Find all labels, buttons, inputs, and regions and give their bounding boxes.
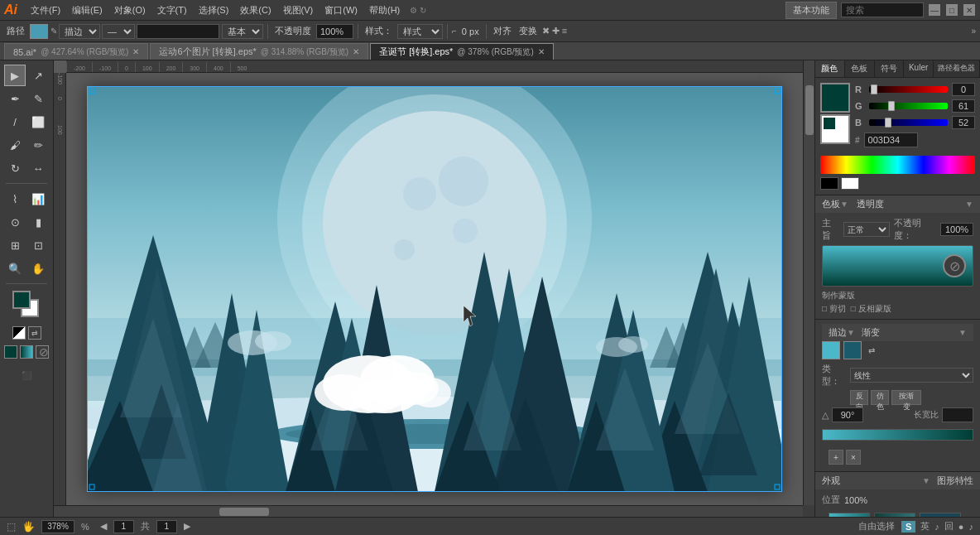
pen-tool[interactable]: ✒ (4, 88, 26, 109)
stroke-style-select[interactable]: 描边 (59, 24, 100, 39)
record-icon[interactable]: ● (958, 522, 964, 532)
workspace-button[interactable]: 基本功能 (785, 2, 837, 19)
zoom-tool[interactable]: 🔍 (4, 258, 26, 279)
stroke-color-box[interactable] (30, 24, 48, 39)
maximize-button[interactable]: □ (946, 4, 958, 16)
canvas-content[interactable] (66, 73, 803, 505)
search-input[interactable] (841, 2, 924, 17)
shape-tool[interactable]: ⬜ (27, 111, 49, 133)
close-button[interactable]: ✕ (963, 4, 975, 16)
slice-tool[interactable]: ⊡ (27, 234, 49, 256)
zoom-input[interactable]: 378% (41, 520, 74, 533)
gradient-end-color[interactable] (843, 341, 862, 359)
expand-icon[interactable]: » (971, 27, 976, 36)
close-tab-1[interactable]: ✕ (353, 47, 359, 56)
stroke-color-swatch[interactable] (820, 114, 850, 144)
artboard-size-tool[interactable]: ⬛ (6, 364, 47, 386)
gradient-menu-icon[interactable]: ▼ (958, 328, 967, 337)
angle-input[interactable]: 90° (832, 407, 863, 422)
menu-select[interactable]: 选择(S) (194, 2, 234, 18)
pencil-tool[interactable]: ✏ (27, 134, 49, 156)
gradient-preview[interactable]: ⊘ (822, 245, 973, 287)
blue-value[interactable]: 52 (952, 116, 975, 129)
lang-icon[interactable]: 英 (920, 520, 930, 533)
menu-file[interactable]: 文件(F) (26, 2, 65, 18)
blue-slider[interactable] (869, 119, 948, 126)
green-slider[interactable] (869, 103, 948, 109)
warp-tool[interactable]: ⌇ (4, 188, 26, 210)
column-graph-tool[interactable]: ▮ (27, 211, 49, 233)
foreground-color-swatch[interactable] (12, 291, 31, 309)
stroke-type-select[interactable]: 基本 (222, 24, 263, 39)
stroke-line-input[interactable] (137, 24, 219, 39)
panel-menu-icon[interactable]: ▼ (840, 200, 848, 209)
red-slider-thumb[interactable] (871, 84, 877, 94)
minimize-button[interactable]: — (929, 4, 940, 16)
transparency-header[interactable]: 色板 ▼ 透明度 ▼ (815, 195, 980, 213)
opacity-input[interactable]: 100% (316, 24, 353, 39)
gradient-type-select[interactable]: 线性 (850, 368, 973, 383)
reverse-btn[interactable]: 反向 (850, 390, 868, 405)
menu-view[interactable]: 视图(V) (278, 2, 319, 18)
hand-tool[interactable]: ✋ (27, 258, 49, 279)
tab-kuler[interactable]: Kuler (904, 60, 934, 77)
green-slider-thumb[interactable] (888, 101, 895, 111)
dither-btn[interactable]: 仿色 (871, 390, 889, 405)
menu-help[interactable]: 帮助(H) (364, 2, 405, 18)
vertical-scrollbar[interactable] (803, 60, 814, 505)
select-tool[interactable]: ▶ (4, 65, 26, 86)
blue-slider-thumb[interactable] (885, 118, 891, 128)
black-button[interactable] (820, 177, 838, 190)
no-symbol-icon[interactable]: ⊘ (943, 254, 966, 277)
tab-path-color[interactable]: 路径着色器 (934, 60, 980, 77)
none-icon[interactable]: ⊘ (36, 345, 49, 359)
swap-colors[interactable]: ⇄ (28, 326, 41, 340)
direct-select-tool[interactable]: ↗ (27, 65, 49, 86)
menu-edit[interactable]: 编辑(E) (67, 2, 108, 18)
graph-tool[interactable]: 📊 (27, 188, 49, 210)
close-tab-0[interactable]: ✕ (132, 47, 139, 56)
default-colors[interactable] (12, 326, 26, 340)
artboard-number-input[interactable]: 1 (113, 520, 134, 533)
rotate-tool[interactable]: ↻ (4, 157, 26, 179)
blend-mode-select[interactable]: 正常 (843, 222, 890, 237)
gradient-stroke-btn[interactable]: 按渐变 (891, 390, 921, 405)
artboard-nav-prev[interactable]: ◀ (100, 521, 107, 532)
close-tab-2[interactable]: ✕ (538, 47, 545, 56)
stroke-menu-icon[interactable]: ▼ (847, 328, 855, 337)
screen-icon[interactable]: 回 (944, 520, 954, 533)
note-icon[interactable]: ♪ (934, 522, 939, 532)
menu-window[interactable]: 窗口(W) (319, 2, 363, 18)
appearance-header[interactable]: 外观 ▼ 图形特性 (815, 472, 980, 489)
gradient-reverse-icon[interactable]: ⇄ (868, 346, 875, 355)
s-icon[interactable]: S (901, 521, 915, 533)
appearance-menu-icon[interactable]: ▼ (922, 476, 930, 485)
tab-color[interactable]: 颜色 (815, 60, 845, 77)
opacity-value[interactable]: 100% (940, 223, 973, 236)
menu-effect[interactable]: 效果(C) (235, 2, 276, 18)
artboard-nav-next[interactable]: ▶ (184, 521, 190, 532)
artboard-tool[interactable]: ⊞ (4, 234, 26, 256)
transparency-menu-icon[interactable]: ▼ (965, 200, 973, 209)
main-color-swatch[interactable] (820, 83, 850, 113)
artboard-total-input[interactable]: 1 (156, 520, 177, 533)
stroke-width-select[interactable]: — (102, 24, 135, 39)
fill-icon[interactable] (4, 345, 17, 359)
music-icon[interactable]: ♪ (969, 522, 974, 532)
gradient-color-bar[interactable] (822, 429, 973, 441)
style-select[interactable]: 样式 (397, 24, 443, 39)
horizontal-scrollbar[interactable] (54, 505, 803, 517)
hex-input[interactable]: 003D34 (864, 133, 918, 147)
color-spectrum[interactable] (820, 156, 975, 174)
scale-tool[interactable]: ↔ (27, 157, 49, 179)
gradient-start-color[interactable] (822, 341, 840, 359)
green-value[interactable]: 61 (952, 99, 975, 113)
tab-symbol[interactable]: 符号 (875, 60, 905, 77)
doc-tab-1[interactable]: 运动6个图片 [转换].eps* @ 314.88% (RGB/预览) ✕ (150, 43, 368, 60)
red-value[interactable]: 0 (952, 83, 975, 96)
white-button[interactable] (841, 177, 859, 190)
type-tool[interactable]: ✎ (27, 88, 49, 109)
delete-stop-icon[interactable]: × (846, 450, 861, 465)
tab-swatches[interactable]: 色板 (845, 60, 875, 77)
line-tool[interactable]: / (4, 111, 26, 133)
